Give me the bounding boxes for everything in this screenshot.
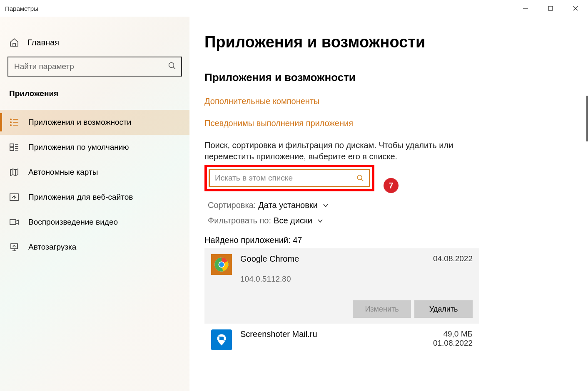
filter-value: Все диски [274, 216, 312, 225]
section-title: Приложения и возможности [204, 71, 573, 84]
search-icon [356, 174, 364, 182]
svg-rect-34 [219, 337, 224, 340]
svg-line-6 [173, 67, 175, 69]
app-date: 04.08.2022 [433, 254, 473, 263]
annotation-number-badge: 7 [384, 178, 399, 193]
hint-text: Поиск, сортировка и фильтрация по дискам… [204, 141, 471, 150]
svg-rect-25 [11, 244, 17, 249]
sort-label: Сортировка: [208, 200, 256, 210]
modify-button[interactable]: Изменить [353, 300, 411, 318]
annotation-highlight: 7 [204, 165, 374, 191]
window-title: Параметры [5, 5, 38, 12]
sort-dropdown[interactable]: Сортировка: Дата установки [208, 200, 573, 210]
link-optional-features[interactable]: Дополнительные компоненты [204, 97, 573, 106]
app-name: Screenshoter Mail.ru [240, 329, 425, 339]
chevron-down-icon [323, 203, 329, 208]
sort-value: Дата установки [258, 200, 317, 210]
minimize-icon [523, 5, 528, 11]
app-date: 01.08.2022 [433, 339, 473, 348]
map-icon [9, 167, 19, 177]
app-version: 104.0.5112.80 [240, 275, 425, 284]
list-icon [9, 117, 19, 127]
home-icon [9, 37, 19, 47]
close-icon [573, 5, 578, 11]
app-icon-chrome [211, 254, 232, 275]
scrollbar[interactable] [586, 96, 588, 141]
sidebar-category: Приложения [0, 89, 189, 110]
svg-rect-1 [548, 6, 553, 10]
svg-rect-4 [13, 43, 15, 46]
maximize-icon [548, 5, 553, 11]
defaults-icon [9, 142, 19, 152]
sidebar-item-video-playback[interactable]: Воспроизведение видео [0, 210, 189, 235]
sidebar-item-default-apps[interactable]: Приложения по умолчанию [0, 135, 189, 160]
app-item-screenshoter[interactable]: Screenshoter Mail.ru 49,0 МБ 01.08.2022 [204, 324, 479, 356]
close-button[interactable] [563, 0, 588, 17]
svg-rect-23 [10, 220, 16, 225]
content: Приложения и возможности Приложения и во… [189, 17, 588, 391]
svg-rect-14 [10, 148, 14, 151]
settings-search[interactable] [7, 57, 182, 77]
search-icon [168, 62, 176, 72]
sidebar: Главная Приложения Приложения и возможно… [0, 17, 189, 391]
svg-marker-24 [16, 220, 18, 224]
svg-point-9 [10, 125, 11, 126]
svg-point-8 [10, 122, 11, 123]
found-count: Найдено приложений: 47 [204, 235, 573, 245]
svg-point-7 [10, 119, 11, 120]
sidebar-item-label: Автозагрузка [28, 243, 76, 252]
sidebar-item-label: Воспроизведение видео [28, 218, 118, 227]
app-size: 49,0 МБ [433, 329, 473, 339]
titlebar: Параметры [0, 0, 588, 17]
home-label: Главная [27, 38, 59, 47]
startup-icon [9, 242, 19, 252]
sidebar-item-offline-maps[interactable]: Автономные карты [0, 160, 189, 185]
svg-point-5 [169, 63, 174, 68]
page-title: Приложения и возможности [204, 33, 573, 51]
settings-search-input[interactable] [7, 57, 182, 77]
uninstall-button[interactable]: Удалить [414, 300, 473, 318]
sidebar-item-label: Приложения и возможности [28, 118, 131, 127]
filter-dropdown[interactable]: Фильтровать по: Все диски [208, 216, 573, 225]
sidebar-item-apps-features[interactable]: Приложения и возможности [0, 110, 189, 135]
app-icon-screenshoter [211, 329, 232, 350]
minimize-button[interactable] [513, 0, 538, 17]
chevron-down-icon [317, 218, 323, 224]
app-list-search-input[interactable] [215, 173, 356, 183]
filter-label: Фильтровать по: [208, 216, 271, 225]
link-app-aliases[interactable]: Псевдонимы выполнения приложения [204, 119, 573, 128]
svg-rect-13 [10, 144, 14, 147]
window-controls [513, 0, 588, 17]
website-icon [9, 192, 19, 202]
app-item-chrome[interactable]: Google Chrome 104.0.5112.80 04.08.2022 И… [204, 248, 479, 324]
sidebar-item-label: Приложения для веб-сайтов [28, 193, 133, 202]
app-list-search[interactable] [209, 169, 370, 187]
svg-point-33 [219, 262, 224, 267]
sidebar-item-label: Приложения по умолчанию [28, 143, 129, 152]
sidebar-item-apps-websites[interactable]: Приложения для веб-сайтов [0, 185, 189, 210]
svg-point-28 [357, 175, 362, 180]
hint-text: переместить приложение, выберите его в с… [204, 152, 471, 161]
sidebar-item-startup[interactable]: Автозагрузка [0, 235, 189, 260]
home-button[interactable]: Главная [0, 33, 189, 57]
app-name: Google Chrome [240, 254, 425, 264]
video-icon [9, 217, 19, 227]
svg-line-29 [361, 179, 364, 181]
sidebar-item-label: Автономные карты [28, 168, 98, 177]
maximize-button[interactable] [538, 0, 563, 17]
